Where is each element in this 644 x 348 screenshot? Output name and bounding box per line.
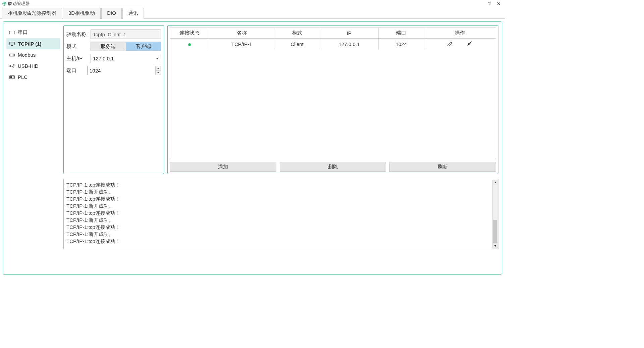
col-mode: 模式 [274,28,320,39]
port-label: 端口 [66,67,87,74]
sidebar-item-label: Modbus [18,52,36,58]
log-line: TCP/IP-1:tcp连接成功！ [66,195,495,202]
svg-point-6 [12,32,12,32]
svg-rect-25 [10,76,12,78]
host-value: 127.0.0.1 [93,56,114,61]
log-line: TCP/IP-1:tcp连接成功！ [66,238,495,245]
col-ip: IP [320,28,379,39]
svg-point-5 [11,32,11,32]
log-line: TCP/IP-1:断开成功。 [66,216,495,223]
app-icon [2,1,7,6]
port-step-down[interactable]: ▼ [156,70,161,75]
col-name: 名称 [209,28,274,39]
host-label: 主机/IP [66,55,91,62]
sidebar-item-label: 串口 [18,29,28,36]
svg-rect-22 [13,64,14,65]
window-title: 驱动管理器 [8,1,30,7]
sidebar: 串口 TCP/IP (1) Modbus USB-HID [6,25,60,174]
svg-rect-11 [10,42,14,45]
sidebar-item-label: PLC [18,74,28,80]
svg-point-18 [10,65,11,67]
svg-point-4 [10,32,11,32]
log-line: TCP/IP-1:tcp连接成功！ [66,209,495,216]
status-dot-icon [188,43,191,46]
table-wrap: 连接状态 名称 模式 IP 端口 操作 TCP/IP-1 Client [170,28,496,159]
svg-point-28 [13,77,13,78]
sidebar-item-modbus[interactable]: Modbus [6,49,60,60]
table-panel: 连接状态 名称 模式 IP 端口 操作 TCP/IP-1 Client [167,25,498,174]
titlebar: 驱动管理器 ? ✕ [0,0,505,7]
main-frame: 串口 TCP/IP (1) Modbus USB-HID [3,21,502,275]
tab-3d-camera-driver[interactable]: 3D相机驱动 [63,8,101,19]
sidebar-item-tcpip[interactable]: TCP/IP (1) [6,38,60,49]
plc-icon [9,75,15,80]
svg-rect-3 [9,31,15,34]
refresh-button[interactable]: 刷新 [389,162,496,172]
log-line: TCP/IP-1:断开成功。 [66,188,495,195]
port-step-up[interactable]: ▲ [156,66,161,70]
sidebar-item-serial[interactable]: 串口 [6,27,60,38]
disconnect-icon[interactable] [467,41,473,47]
svg-point-23 [13,67,14,68]
window-controls: ? ✕ [488,1,503,6]
col-ops: 操作 [424,28,496,39]
tab-dio[interactable]: DIO [101,8,122,19]
cell-ip: 127.0.0.1 [320,39,379,50]
close-button[interactable]: ✕ [497,1,501,6]
mode-label: 模式 [66,43,91,50]
top-tabs: 相机驱动&光源控制器 3D相机驱动 DIO 通讯 [0,7,505,19]
driver-name-label: 驱动名称 [66,31,91,38]
host-combo[interactable]: 127.0.0.1 [91,54,161,63]
col-status: 连接状态 [170,28,209,39]
sidebar-item-label: USB-HID [18,63,39,69]
cell-name: TCP/IP-1 [209,39,274,50]
svg-point-8 [11,33,11,33]
mode-toggle: 服务端 客户端 [91,42,161,51]
svg-point-27 [14,76,14,77]
svg-point-29 [14,77,14,78]
cell-port: 1024 [378,39,424,50]
usb-icon [9,64,15,68]
log-line: TCP/IP-1:断开成功。 [66,231,495,238]
help-button[interactable]: ? [488,1,491,6]
svg-point-26 [13,76,13,77]
sidebar-item-plc[interactable]: PLC [6,71,60,83]
table-header-row: 连接状态 名称 模式 IP 端口 操作 [170,28,496,39]
edit-icon[interactable] [447,41,453,47]
network-icon [9,42,15,46]
port-spinner[interactable]: ▲ ▼ [87,66,161,75]
log-line: TCP/IP-1:tcp连接成功！ [66,223,495,231]
scroll-down-button[interactable]: ▼ [493,243,498,249]
connection-table: 连接状态 名称 模式 IP 端口 操作 TCP/IP-1 Client [170,28,496,50]
cell-mode: Client [274,39,320,50]
svg-line-30 [468,42,472,46]
svg-point-9 [12,33,12,33]
scroll-thumb[interactable] [493,220,497,243]
svg-point-7 [13,32,13,32]
add-button[interactable]: 添加 [170,162,276,172]
delete-button[interactable]: 删除 [280,162,386,172]
table-row[interactable]: TCP/IP-1 Client 127.0.0.1 1024 [170,39,496,50]
tab-camera-driver[interactable]: 相机驱动&光源控制器 [2,8,62,19]
mode-client-button[interactable]: 客户端 [126,42,161,51]
log-panel: TCP/IP-1:tcp连接成功！TCP/IP-1:断开成功。TCP/IP-1:… [63,179,498,249]
log-line: TCP/IP-1:tcp连接成功！ [66,181,495,188]
scroll-up-button[interactable]: ▲ [493,180,498,185]
driver-name-input[interactable] [91,30,161,39]
port-input[interactable] [88,66,155,75]
sidebar-item-usbhid[interactable]: USB-HID [6,60,60,71]
log-scrollbar[interactable]: ▲ ▼ [492,180,498,249]
mode-server-button[interactable]: 服务端 [91,42,126,51]
form-panel: 驱动名称 模式 服务端 客户端 主机/IP 127.0.0.1 [63,25,164,174]
col-port: 端口 [378,28,424,39]
sidebar-item-label: TCP/IP (1) [18,41,42,47]
button-row: 添加 删除 刷新 [170,162,496,172]
log-line: TCP/IP-1:断开成功。 [66,202,495,209]
tab-communication[interactable]: 通讯 [122,8,144,19]
serial-port-icon [9,30,15,35]
modbus-icon [9,53,15,57]
svg-point-10 [13,33,13,33]
